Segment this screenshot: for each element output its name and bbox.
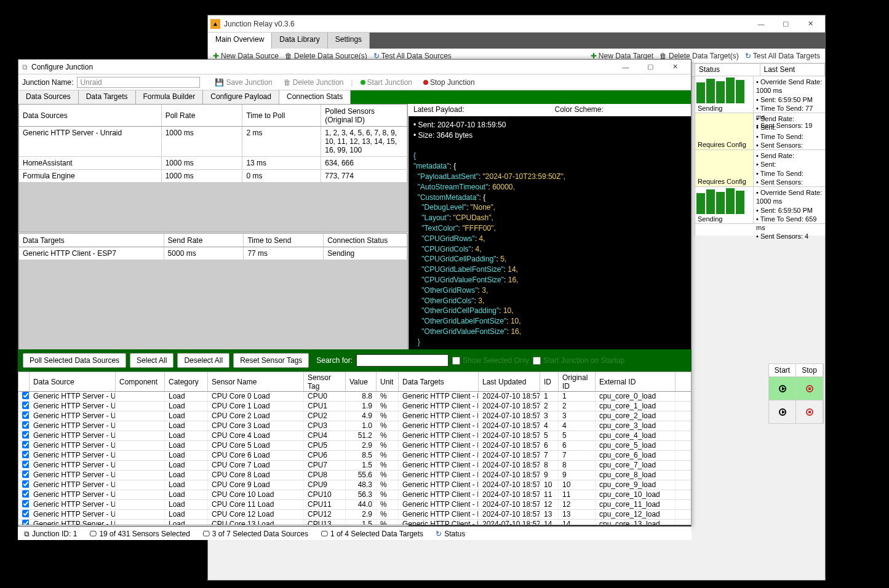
sensor-checkbox[interactable] xyxy=(22,471,30,478)
sensor-checkbox[interactable] xyxy=(22,441,30,448)
start-stop-controls: Start Stop xyxy=(768,364,824,424)
table-row[interactable]: Formula Engine1000 ms0 ms773, 774 xyxy=(19,170,407,183)
grid-col-header[interactable]: Data Source xyxy=(30,372,116,391)
sensor-row[interactable]: Generic HTTP Server - UnraidLoadCPU Core… xyxy=(18,431,691,441)
sensor-row[interactable]: Generic HTTP Server - UnraidLoadCPU Core… xyxy=(18,480,691,490)
grid-col-header[interactable] xyxy=(18,372,30,391)
sensor-checkbox[interactable] xyxy=(22,500,30,507)
grid-col-header[interactable]: Sensor Name xyxy=(208,372,304,391)
stop-button[interactable] xyxy=(796,400,823,423)
show-selected-only-check[interactable]: Show Selected Only xyxy=(452,356,529,365)
play-icon xyxy=(779,385,786,392)
table-row[interactable]: Generic HTTP Client - ESP75000 ms77 msSe… xyxy=(19,247,407,260)
col-poll-rate[interactable]: Poll Rate xyxy=(162,105,243,126)
grid-col-header[interactable]: External ID xyxy=(596,372,676,391)
sensor-row[interactable]: Generic HTTP Server - UnraidLoadCPU Core… xyxy=(18,471,691,480)
col-start[interactable]: Start xyxy=(769,364,796,376)
stop-junction-button[interactable]: Stop Junction xyxy=(420,78,479,87)
grid-col-header[interactable]: Unit xyxy=(377,372,399,391)
col-stop[interactable]: Stop xyxy=(796,364,823,376)
configure-titlebar[interactable]: ⧉ Configure Junction — ▢ ✕ xyxy=(18,60,691,74)
sensor-row[interactable]: Generic HTTP Server - UnraidLoadCPU Core… xyxy=(18,520,691,525)
start-on-startup-check[interactable]: Start Junction on Startup xyxy=(533,356,624,365)
start-junction-button[interactable]: Start Junction xyxy=(357,78,416,87)
maximize-button[interactable]: ▢ xyxy=(773,17,798,31)
col-last-sent-header[interactable]: Last Sent xyxy=(760,64,826,76)
close-button[interactable]: ✕ xyxy=(798,17,823,31)
search-input[interactable] xyxy=(356,354,448,367)
search-label: Search for: xyxy=(316,356,353,365)
sensor-row[interactable]: Generic HTTP Server - UnraidLoadCPU Core… xyxy=(18,402,691,411)
minimize-button[interactable]: — xyxy=(749,17,773,31)
sensor-checkbox[interactable] xyxy=(22,480,30,488)
select-all-button[interactable]: Select All xyxy=(130,353,173,368)
tab-connection-stats[interactable]: Connection Stats xyxy=(279,90,351,104)
reset-sensor-tags-button[interactable]: Reset Sensor Tags xyxy=(233,353,309,368)
sensor-checkbox[interactable] xyxy=(22,520,30,525)
tab-formula-builder[interactable]: Formula Builder xyxy=(136,90,204,104)
sensor-checkbox[interactable] xyxy=(22,461,30,468)
grid-col-header[interactable]: Sensor Tag xyxy=(304,372,346,391)
grid-col-header[interactable]: Category xyxy=(165,372,208,391)
main-tabs: Main Overview Data Library Settings xyxy=(208,33,825,49)
main-titlebar[interactable]: ▲ Junction Relay v0.3.6 — ▢ ✕ xyxy=(208,15,825,33)
grid-col-header[interactable]: Original ID xyxy=(559,372,596,391)
col-connection-status[interactable]: Connection Status xyxy=(324,234,407,247)
test-all-data-targets-button[interactable]: ↻Test All Data Targets xyxy=(745,52,820,60)
tab-data-library[interactable]: Data Library xyxy=(272,33,327,49)
col-polled-sensors[interactable]: Polled Sensors (Original ID) xyxy=(321,105,407,126)
sensor-checkbox[interactable] xyxy=(22,490,30,498)
app-icon: ▲ xyxy=(210,19,220,29)
sensor-checkbox[interactable] xyxy=(22,431,30,439)
sensor-checkbox[interactable] xyxy=(22,392,30,399)
sensor-checkbox[interactable] xyxy=(22,451,30,458)
tab-configure-payload[interactable]: Configure Payload xyxy=(203,90,279,104)
col-time-to-poll[interactable]: Time to Poll xyxy=(242,105,321,126)
deselect-all-button[interactable]: Deselect All xyxy=(177,353,229,368)
sensor-row[interactable]: Generic HTTP Server - UnraidLoadCPU Core… xyxy=(18,411,691,421)
tab-main-overview[interactable]: Main Overview xyxy=(208,33,272,49)
col-send-rate[interactable]: Send Rate xyxy=(164,234,244,247)
stop-button[interactable] xyxy=(796,377,823,400)
save-junction-button[interactable]: 💾Save Junction xyxy=(211,78,276,87)
tab-settings[interactable]: Settings xyxy=(328,33,370,49)
maximize-button[interactable]: ▢ xyxy=(638,60,663,74)
tab-data-targets[interactable]: Data Targets xyxy=(79,90,136,104)
delete-junction-button[interactable]: 🗑Delete Junction xyxy=(280,78,348,87)
sensor-checkbox[interactable] xyxy=(22,421,30,429)
sensor-checkbox[interactable] xyxy=(22,402,30,409)
junction-name-input[interactable] xyxy=(77,77,200,88)
sensor-row[interactable]: Generic HTTP Server - UnraidLoadCPU Core… xyxy=(18,500,691,510)
junction-name-label: Junction Name: xyxy=(22,78,73,87)
sensor-row[interactable]: Generic HTTP Server - UnraidLoadCPU Core… xyxy=(18,490,691,500)
sensor-checkbox[interactable] xyxy=(22,510,30,517)
sensor-row[interactable]: Generic HTTP Server - UnraidLoadCPU Core… xyxy=(18,461,691,471)
minimize-button[interactable]: — xyxy=(613,60,638,74)
grid-col-header[interactable]: Last Updated xyxy=(479,372,540,391)
sensor-row[interactable]: Generic HTTP Server - UnraidLoadCPU Core… xyxy=(18,421,691,431)
sources-selected-status: 🖵3 of 7 Selected Data Sources xyxy=(202,530,308,538)
sensor-row[interactable]: Generic HTTP Server - UnraidLoadCPU Core… xyxy=(18,392,691,402)
poll-selected-button[interactable]: Poll Selected Data Sources xyxy=(23,353,126,368)
grid-col-header[interactable]: Data Targets xyxy=(399,372,479,391)
sensor-row[interactable]: Generic HTTP Server - UnraidLoadCPU Core… xyxy=(18,441,691,451)
sensor-row[interactable]: Generic HTTP Server - UnraidLoadCPU Core… xyxy=(18,510,691,520)
col-time-to-send[interactable]: Time to Send xyxy=(244,234,324,247)
table-row[interactable]: HomeAssistant1000 ms13 ms634, 666 xyxy=(19,157,407,170)
start-button[interactable] xyxy=(769,377,796,400)
monitor-icon: 🖵 xyxy=(89,530,97,538)
data-targets-table: Data Targets Send Rate Time to Send Conn… xyxy=(18,233,408,356)
junction-row xyxy=(768,400,824,424)
table-row[interactable]: Generic HTTP Server - Unraid1000 ms2 ms1… xyxy=(19,127,407,157)
grid-col-header[interactable]: ID xyxy=(540,372,559,391)
grid-col-header[interactable]: Value xyxy=(346,372,377,391)
col-data-sources[interactable]: Data Sources xyxy=(19,105,162,126)
start-button[interactable] xyxy=(769,400,796,423)
tab-data-sources[interactable]: Data Sources xyxy=(18,90,79,104)
col-status-header[interactable]: Status xyxy=(695,64,760,76)
close-button[interactable]: ✕ xyxy=(663,60,687,74)
sensor-checkbox[interactable] xyxy=(22,411,30,419)
grid-col-header[interactable]: Component xyxy=(116,372,165,391)
sensor-row[interactable]: Generic HTTP Server - UnraidLoadCPU Core… xyxy=(18,451,691,461)
col-data-targets[interactable]: Data Targets xyxy=(19,234,164,247)
